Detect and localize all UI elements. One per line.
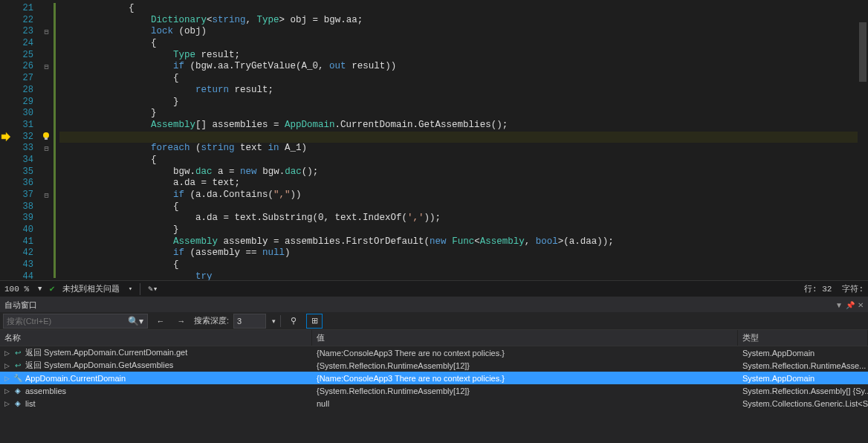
fold-toggle[interactable] [41, 3, 52, 15]
nav-forward-button[interactable]: → [173, 314, 190, 329]
nav-back-button[interactable]: ← [152, 314, 169, 329]
fold-toggle[interactable] [41, 120, 52, 132]
chevron-down-icon[interactable]: ▾ [129, 285, 132, 293]
panel-titlebar[interactable]: 自动窗口 ▼ 📌 ✕ [0, 297, 868, 312]
var-type: System.AppDomain [738, 349, 868, 358]
var-value: {System.Reflection.RuntimeAssembly[12]} [312, 361, 738, 370]
table-row[interactable]: ▷◈assemblies{System.Reflection.RuntimeAs… [0, 384, 868, 397]
fold-toggle[interactable]: ⊟ [41, 143, 52, 155]
var-value: {Name:ConsoleApp3 There are no context p… [312, 374, 738, 383]
search-input[interactable] [3, 314, 148, 329]
fold-toggle[interactable] [41, 224, 52, 236]
breakpoint-arrow-icon [0, 132, 12, 142]
fold-toggle[interactable] [41, 50, 52, 62]
svg-point-0 [43, 132, 49, 138]
fold-toggle[interactable] [41, 97, 52, 109]
table-row[interactable]: ▷↩返回 System.AppDomain.GetAssemblies{Syst… [0, 359, 868, 372]
fold-toggle[interactable] [41, 108, 52, 120]
vertical-scrollbar[interactable] [858, 0, 868, 280]
fold-toggle[interactable] [41, 38, 52, 50]
fold-toggle[interactable] [41, 85, 52, 97]
check-icon: ✔ [49, 283, 54, 294]
autos-panel: 自动窗口 ▼ 📌 ✕ 🔍▾ ← → 搜索深度: ▾ ⚲ ⊞ 名称 值 类型 ▷↩… [0, 297, 868, 443]
panel-toolbar: 🔍▾ ← → 搜索深度: ▾ ⚲ ⊞ [0, 312, 868, 330]
panel-title-text: 自动窗口 [4, 300, 37, 311]
table-row[interactable]: ▷◈listnullSystem.Collections.Generic.Lis… [0, 397, 868, 410]
fold-toggle[interactable] [41, 155, 52, 166]
grid-body[interactable]: ▷↩返回 System.AppDomain.CurrentDomain.get{… [0, 346, 868, 443]
var-name: AppDomain.CurrentDomain [25, 374, 126, 383]
fold-toggle[interactable] [41, 236, 52, 248]
return-icon: ↩ [13, 348, 23, 358]
tree-icon[interactable]: ⊞ [306, 314, 323, 329]
fold-toggle[interactable]: ⊟ [41, 26, 52, 38]
tool-icon[interactable]: ✎▾ [148, 284, 158, 294]
depth-selector[interactable] [233, 314, 266, 329]
expand-toggle[interactable]: ▷ [3, 400, 10, 407]
depth-label: 搜索深度: [194, 315, 229, 326]
chevron-down-icon[interactable]: ▾ [272, 317, 276, 325]
lightbulb-icon[interactable] [40, 131, 52, 143]
prop-icon: 🔧 [13, 373, 23, 384]
fold-toggle[interactable] [41, 73, 52, 85]
field-icon: ◈ [13, 398, 23, 409]
filter-icon[interactable]: ⚲ [285, 314, 302, 329]
var-name: 返回 System.AppDomain.CurrentDomain.get [25, 347, 187, 358]
col-name[interactable]: 名称 [0, 330, 312, 346]
change-margin [52, 0, 59, 280]
fold-toggle[interactable] [41, 248, 52, 259]
close-icon[interactable]: ✕ [858, 301, 864, 309]
var-value: null [312, 399, 738, 408]
pin-icon[interactable]: 📌 [846, 301, 855, 309]
fold-toggle[interactable] [41, 178, 52, 190]
dropdown-icon[interactable]: ▼ [835, 301, 843, 309]
fold-toggle[interactable]: ⊟ [41, 190, 52, 201]
code-editor[interactable]: 2122232425262728293031323334353637383940… [0, 0, 868, 280]
chevron-down-icon[interactable]: ▼ [38, 285, 42, 293]
fold-toggle[interactable] [41, 213, 52, 224]
var-value: {System.Reflection.RuntimeAssembly[12]} [312, 387, 738, 395]
fold-toggle[interactable] [41, 201, 52, 213]
table-row[interactable]: ▷🔧AppDomain.CurrentDomain{Name:ConsoleAp… [0, 372, 868, 384]
expand-toggle[interactable]: ▷ [3, 362, 10, 369]
fold-toggle[interactable] [41, 271, 52, 280]
var-type: System.AppDomain [738, 374, 868, 383]
var-name: 返回 System.AppDomain.GetAssemblies [25, 360, 173, 371]
expand-toggle[interactable]: ▷ [3, 387, 10, 395]
char-indicator[interactable]: 字符: [842, 283, 864, 294]
expand-toggle[interactable]: ▷ [3, 375, 10, 382]
line-indicator[interactable]: 行: 32 [804, 283, 832, 294]
grid-header: 名称 值 类型 [0, 330, 868, 346]
code-content[interactable]: { Dictionary<string, Type> obj = bgw.aa;… [59, 0, 868, 280]
var-type: System.Reflection.Assembly[] {Sy... [738, 387, 868, 395]
table-row[interactable]: ▷↩返回 System.AppDomain.CurrentDomain.get{… [0, 346, 868, 359]
fold-toggle[interactable] [41, 259, 52, 271]
zoom-level[interactable]: 100 % [4, 285, 29, 294]
expand-toggle[interactable]: ▷ [3, 349, 10, 357]
var-value: {Name:ConsoleApp3 There are no context p… [312, 349, 738, 358]
fold-toggle[interactable] [41, 15, 52, 27]
var-name: list [25, 399, 35, 408]
fold-toggle[interactable]: ⊟ [41, 61, 52, 73]
var-type: System.Reflection.RuntimeAsse... [738, 361, 868, 370]
editor-status-bar: 100 % ▼ ✔ 未找到相关问题 ▾ ✎▾ 行: 32 字符: [0, 280, 868, 297]
fold-toggle[interactable] [41, 166, 52, 178]
var-name: assemblies [25, 387, 66, 395]
field-icon: ◈ [13, 386, 23, 396]
var-type: System.Collections.Generic.List<S... [738, 399, 868, 408]
col-type[interactable]: 类型 [738, 330, 868, 346]
issues-text: 未找到相关问题 [62, 283, 120, 294]
col-value[interactable]: 值 [312, 330, 738, 346]
return-icon: ↩ [13, 360, 23, 371]
svg-rect-1 [45, 138, 48, 140]
